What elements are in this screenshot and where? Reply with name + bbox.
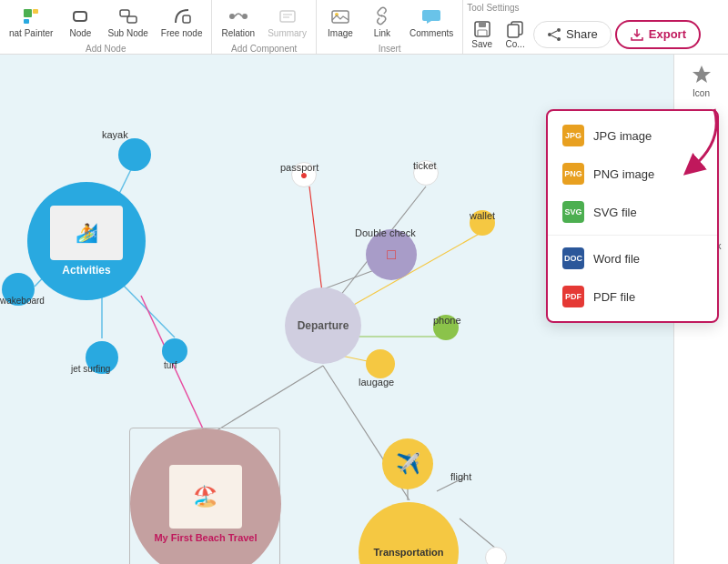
export-jpg-item[interactable]: JPG JPG image [548,116,717,155]
sidebar-icon-item[interactable]: Icon [691,64,713,98]
jet-surfing-label: jet surfing [71,364,110,374]
export-pdf-item[interactable]: PDF PDF file [548,277,717,316]
add-node-label: Add Node [86,44,126,54]
svg-line-23 [551,35,557,38]
svg-line-22 [551,31,557,34]
free-node-label: Free node [161,28,203,38]
add-component-label: Add Component [231,44,297,54]
tool-settings-section: Tool Settings Save Co... Share Export [463,0,728,54]
svg-rect-15 [479,22,486,27]
relation-label: Relation [221,28,255,38]
export-divider [548,235,717,236]
beach-travel-label: My First Beach Travel [154,532,257,543]
summary-button[interactable]: Summary [262,3,312,41]
relation-icon [228,5,249,27]
double-check-label: Double check [355,227,416,238]
link-label: Link [374,28,390,38]
passport-label: passport [280,162,318,173]
laugage-node[interactable] [366,349,395,378]
sub-node-button[interactable]: Sub Node [102,3,153,41]
jpg-icon: JPG [562,125,584,146]
svg-point-8 [242,14,248,19]
svg-point-21 [557,37,561,41]
svg-marker-41 [693,65,711,83]
node-icon [69,5,91,27]
svg-rect-3 [74,12,86,21]
export-png-item[interactable]: PNG PNG image [548,155,717,193]
share-label: Share [566,27,598,41]
relation-button[interactable]: Relation [216,3,260,41]
svg-rect-5 [127,16,136,23]
comments-icon [420,5,442,27]
image-icon [329,5,351,27]
add-node-section: nat Painter Node Sub Node Free node [0,0,212,54]
comments-button[interactable]: Comments [404,3,459,41]
save-label: Save [471,39,492,49]
beach-node-container[interactable]: 🏖️ My First Beach Travel [129,428,280,564]
turf-label: turf [164,360,177,370]
transportation-label: Transportation [373,547,443,558]
svg-rect-16 [478,30,487,36]
link-icon [371,5,393,27]
toolbar: nat Painter Node Sub Node Free node [0,0,728,55]
pdf-icon: PDF [562,286,584,307]
format-painter-icon [20,5,42,27]
export-dropdown: JPG JPG image PNG PNG image SVG SVG file… [546,109,719,323]
icon-icon [691,64,713,86]
departure-node[interactable]: Departure [285,287,361,364]
comments-label: Comments [410,28,453,38]
export-pdf-label: PDF file [593,290,635,304]
activities-label: Activities [62,264,110,277]
svg-rect-6 [183,15,190,23]
phone-label: phone [433,315,461,326]
free-node-button[interactable]: Free node [156,3,208,41]
svg-point-7 [229,14,235,19]
image-button[interactable]: Image [320,3,360,41]
svg-line-40 [460,519,496,549]
transportation-node[interactable]: Transportation [359,502,459,564]
link-button[interactable]: Link [362,3,402,41]
export-button[interactable]: Export [615,20,701,49]
format-painter-button[interactable]: nat Painter [4,3,58,41]
tool-settings-label: Tool Settings [467,3,724,13]
insert-section: Image Link Comments Insert [317,0,463,54]
summary-label: Summary [268,28,307,38]
canvas[interactable]: 🏄 Activities kayak wakeboard jet surfing… [0,55,728,564]
word-icon: DOC [562,247,584,269]
svg-rect-4 [120,10,129,16]
airplane-node[interactable]: ✈️ [382,438,433,489]
free-node-icon [171,5,193,27]
share-button[interactable]: Share [533,21,612,48]
kayak-label: kayak [102,129,128,140]
svg-point-20 [548,33,551,36]
copy-label: Co... [506,39,525,49]
svg-rect-18 [508,25,519,37]
flight-label: flight [450,471,471,482]
icon-label: Icon [693,88,710,98]
wakeboard-label: wakeboard [0,296,45,306]
svg-line-30 [309,186,323,300]
node-button[interactable]: Node [60,3,100,41]
add-component-section: Relation Summary Add Component [212,0,317,54]
kayak-node[interactable] [118,138,151,171]
ticket-label: ticket [413,160,437,171]
export-jpg-label: JPG image [593,129,652,143]
export-word-item[interactable]: DOC Word file [548,239,717,277]
export-png-label: PNG image [593,167,654,181]
wallet-label: wallet [470,210,495,221]
sub-node-icon [117,5,139,27]
insert-label: Insert [379,44,401,54]
svg-rect-9 [280,11,295,22]
copy-button[interactable]: Co... [500,17,530,51]
from-airport-node[interactable] [485,547,507,564]
node-label: Node [69,28,91,38]
svg-line-36 [207,366,323,437]
export-word-label: Word file [593,252,640,266]
activities-node[interactable]: 🏄 Activities [27,182,146,300]
format-painter-label: nat Painter [9,28,53,38]
export-svg-item[interactable]: SVG SVG file [548,193,717,231]
sub-node-label: Sub Node [107,28,147,38]
image-label: Image [328,28,353,38]
svg-rect-0 [24,9,32,17]
save-button[interactable]: Save [467,17,497,51]
